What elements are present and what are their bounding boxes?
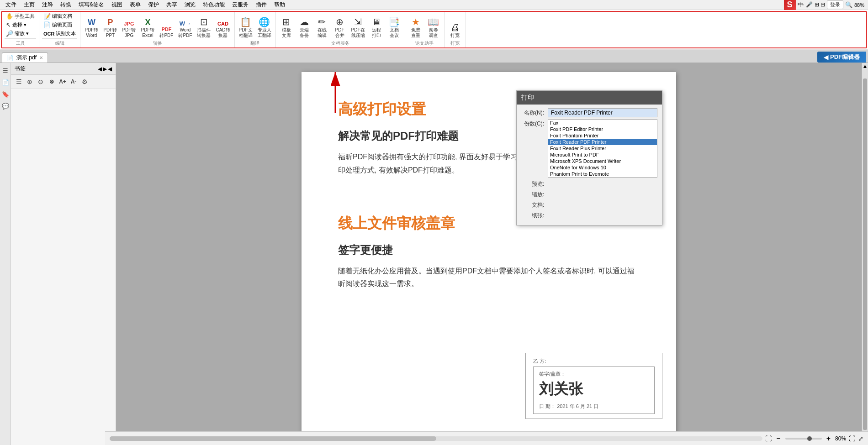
fullscreen-icon[interactable]: ⛶ <box>849 435 855 442</box>
panel-nav-arrow[interactable]: ◀ <box>108 66 112 72</box>
menu-home[interactable]: 主页 <box>20 0 38 10</box>
select-tool-button[interactable]: ↖ 选择 ▾ <box>5 21 36 29</box>
menu-convert[interactable]: 转换 <box>57 0 75 10</box>
ribbon-section-translate: 📋 PDF文档翻译 🌐 专业人工翻译 翻译 <box>235 11 276 47</box>
menu-help[interactable]: 帮助 <box>270 0 289 10</box>
zoom-tool-button[interactable]: 🔎 缩放 ▾ <box>5 29 36 38</box>
search-icon[interactable]: 🔍 <box>845 1 852 8</box>
hand-tool-button[interactable]: ✋ 手型工具 <box>5 12 36 21</box>
merge-label: PDF合并 <box>335 27 344 38</box>
pdf-to-jpg-button[interactable]: JPG PDF转JPG <box>120 12 138 38</box>
template-button[interactable]: ⊞ 模板文库 <box>278 12 295 38</box>
doc-meeting-button[interactable]: 📑 文档会议 <box>386 12 403 38</box>
menu-form[interactable]: 表单 <box>126 0 144 10</box>
tab-close-button[interactable]: ✕ <box>39 55 43 60</box>
nav-icon-1[interactable]: ☰ <box>1 66 10 75</box>
menu-special[interactable]: 特色功能 <box>199 0 228 10</box>
print-name-value: Foxit Reader PDF Printer <box>548 108 657 117</box>
pdf-to-ppt-button[interactable]: P PDF转PPT <box>101 12 119 38</box>
pdf-tab[interactable]: 📄 演示.pdf ✕ <box>2 52 48 63</box>
nav-icon-3[interactable]: 🔖 <box>1 89 10 99</box>
pdf-word-icon: W <box>88 18 95 26</box>
cloud-backup-button[interactable]: ☁ 云端备份 <box>296 12 313 38</box>
printer-ms-pdf[interactable]: Microsoft Print to PDF <box>548 152 657 158</box>
hand-icon: ✋ <box>6 13 13 20</box>
bookmark-tool-expand[interactable]: ⊗ <box>47 77 57 87</box>
panel-nav-right[interactable]: ▶ <box>103 66 107 72</box>
nav-icon-4[interactable]: 💬 <box>1 101 10 110</box>
bookmark-tool-remove[interactable]: ⊖ <box>36 77 46 87</box>
horizontal-scrollbar-thumb[interactable] <box>110 436 436 441</box>
menu-protect[interactable]: 保护 <box>144 0 163 10</box>
to-pdf-button[interactable]: PDF 转PDF <box>157 12 175 38</box>
ocr-button[interactable]: OCR 识别文本 <box>42 29 77 38</box>
remote-print-button[interactable]: 🖥 远程打印 <box>368 12 385 38</box>
reading-survey-button[interactable]: 📖 阅卷调查 <box>425 12 442 38</box>
printer-onenote[interactable]: OneNote for Windows 10 <box>548 164 657 171</box>
docservice-section-label: 文档服务 <box>331 40 349 47</box>
printer-foxit-phantom[interactable]: Foxit Phantom Printer <box>548 132 657 139</box>
pdf-compress-button[interactable]: ⇲ PDF在线压缩 <box>349 12 367 38</box>
zoom-slider[interactable] <box>785 438 822 440</box>
menu-share[interactable]: 共享 <box>163 0 181 10</box>
to-pdf-label: 转PDF <box>159 33 173 38</box>
menu-view[interactable]: 视图 <box>108 0 126 10</box>
menu-sign[interactable]: 填写&签名 <box>75 0 108 10</box>
print-button[interactable]: 🖨 打宽 <box>446 12 464 38</box>
main-layout: ☰ 📄 🔖 💬 书签 ◀ ▶ ◀ ☰ ⊕ ⊖ ⊗ A+ A- ⚙ <box>0 63 868 445</box>
menu-browse[interactable]: 浏览 <box>181 0 199 10</box>
content-area: 高级打印设置 解决常见的PDF打印难题 福昕PDF阅读器拥有强大的打印功能, 界… <box>116 63 862 445</box>
zoom-minus-button[interactable]: − <box>774 435 782 443</box>
signature-box: 乙 方: 签字/盖章： 刘关张 日 期： 2021 年 6 月 21 日 <box>525 353 662 419</box>
right-scrollbar[interactable]: ▲ ▼ <box>862 63 868 445</box>
scrollbar-up[interactable]: ▲ <box>862 63 868 69</box>
print-preview-row: 预览: <box>521 179 657 188</box>
printer-foxit-editor[interactable]: Foxit PDF Editor Printer <box>548 126 657 132</box>
printer-foxit-reader[interactable]: Foxit Reader PDF Printer <box>548 139 657 145</box>
bookmark-tool-1[interactable]: ☰ <box>14 77 24 87</box>
printer-list[interactable]: Fax Foxit PDF Editor Printer Foxit Phant… <box>548 119 657 178</box>
tab-bar: 📄 演示.pdf ✕ ◀ PDF编辑器 <box>0 50 868 63</box>
edit-page-button[interactable]: 📄 编辑页面 <box>42 21 77 29</box>
login-button[interactable]: 登录 <box>827 0 843 9</box>
bookmark-tool-fontdown[interactable]: A- <box>69 77 79 87</box>
panel-nav-left[interactable]: ◀ <box>98 66 102 72</box>
nav-icon-2[interactable]: 📄 <box>1 78 10 87</box>
ribbon: ✋ 手型工具 ↖ 选择 ▾ 🔎 缩放 ▾ 工具 📝 编辑文档 📄 编辑页面 OC… <box>0 10 868 50</box>
printer-fax[interactable]: Fax <box>548 120 657 126</box>
pdf-merge-button[interactable]: ⊕ PDF合并 <box>331 12 349 38</box>
fit-width-icon[interactable]: ⤢ <box>858 435 863 442</box>
pdf-translate-button[interactable]: 📋 PDF文档翻译 <box>237 12 255 38</box>
plagcheck-button[interactable]: ★ 免费查重 <box>407 12 424 38</box>
pdf-editor-label[interactable]: ◀ PDF编辑器 <box>817 52 866 63</box>
print-name-label: 名称(N): <box>521 108 544 117</box>
bookmark-tool-fontup[interactable]: A+ <box>58 77 68 87</box>
plagcheck-label: 免费查重 <box>411 27 420 38</box>
printer-foxit-plus[interactable]: Foxit Reader Plus Printer <box>548 145 657 152</box>
menu-plugin[interactable]: 插件 <box>252 0 270 10</box>
scrollbar-thumb[interactable] <box>863 79 867 430</box>
online-edit-button[interactable]: ✏ 在线编辑 <box>313 12 331 38</box>
signature-party-label: 乙 方: <box>533 358 655 365</box>
menu-annotation[interactable]: 注释 <box>38 0 57 10</box>
zoom-plus-button[interactable]: + <box>825 435 832 443</box>
pdf-ppt-icon: P <box>107 18 113 26</box>
bookmark-tool-add[interactable]: ⊕ <box>25 77 35 87</box>
pdf-to-word-button[interactable]: W PDF转Word <box>82 12 101 38</box>
menu-file[interactable]: 文件 <box>2 0 20 10</box>
printer-ms-xps[interactable]: Microsoft XPS Document Writer <box>548 158 657 164</box>
zoom-slider-thumb[interactable] <box>807 436 812 441</box>
scan-converter-button[interactable]: ⊡ 扫描件转换器 <box>195 12 213 38</box>
word-to-pdf-button[interactable]: W→ Word转PDF <box>176 12 194 38</box>
bookmark-tool-settings[interactable]: ⚙ <box>79 77 90 87</box>
menu-cloud[interactable]: 云服务 <box>228 0 252 10</box>
print-label: 打宽 <box>450 33 460 38</box>
horizontal-scrollbar[interactable] <box>110 436 762 441</box>
pro-translate-button[interactable]: 🌐 专业人工翻译 <box>255 12 274 38</box>
edit-doc-button[interactable]: 📝 编辑文档 <box>42 12 77 21</box>
cad-converter-button[interactable]: CAD CAD转换器 <box>213 12 232 38</box>
zoom-label: 缩放 ▾ <box>15 30 29 37</box>
printer-phantom-evernote[interactable]: Phantom Print to Evernote <box>548 171 657 177</box>
pdf-to-excel-button[interactable]: X PDF转Excel <box>138 12 157 38</box>
fit-icon[interactable]: ⛶ <box>765 435 772 442</box>
